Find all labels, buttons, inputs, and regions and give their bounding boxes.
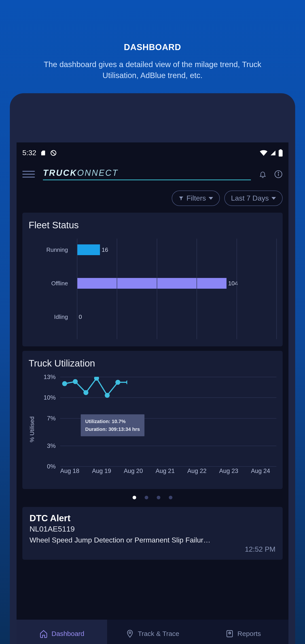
signal-icon [270,150,276,156]
fleet-label: Offline [28,280,77,287]
data-point[interactable] [105,393,110,398]
nav-dashboard-label: Dashboard [52,630,84,638]
app-screen: 5:32 TRUCKONNECT Filters [16,142,288,644]
filters-button[interactable]: Filters [172,190,220,206]
y-tick: 13% [38,374,59,380]
chart-tooltip: Utilization: 10.7% Duration: 309:13:34 h… [81,414,144,436]
data-point[interactable] [62,381,67,386]
svg-line-1 [52,151,55,154]
svg-rect-2 [278,150,282,156]
status-bar: 5:32 [16,142,288,162]
bottom-nav: Dashboard Track & Trace Reports [16,620,288,644]
pager-dot-2[interactable] [145,496,148,499]
date-range-button[interactable]: Last 7 Days [224,190,283,206]
funnel-icon [178,196,184,201]
svg-rect-8 [227,630,232,637]
nav-reports-label: Reports [238,630,261,638]
menu-button[interactable] [22,171,35,178]
logo-part2: ONNECT [77,168,118,178]
x-tick: Aug 23 [219,468,238,474]
y-axis-label: % Utilised [28,377,36,482]
x-tick: Aug 22 [188,468,206,474]
app-header: TRUCKONNECT [16,162,288,186]
data-point[interactable] [116,380,120,385]
svg-point-7 [129,632,131,634]
y-tick: 7% [38,415,59,422]
data-point[interactable] [84,390,88,395]
alert-title: DTC Alert [30,513,276,523]
wifi-icon [260,150,268,156]
pager-dot-3[interactable] [157,496,160,499]
svg-point-6 [278,172,279,173]
info-icon[interactable] [274,170,283,178]
alert-description: Wheel Speed Jump Detection or Permanent … [30,536,276,544]
x-tick: Aug 20 [124,468,143,474]
x-tick: Aug 24 [251,468,270,474]
pager [16,496,288,499]
utilization-title: Truck Utilization [28,358,276,369]
battery-icon [278,149,283,156]
fleet-chart: Running16Offline104Idling0 [28,238,276,339]
tooltip-line2: Duration: 309:13:34 hrs [85,425,140,433]
chevron-down-icon [209,197,213,200]
fleet-label: Idling [28,314,77,320]
svg-rect-3 [280,149,282,150]
pager-dot-1[interactable] [132,496,136,499]
nav-track-label: Track & Trace [138,630,179,638]
tooltip-line1: Utilization: 10.7% [85,418,140,425]
report-icon [226,630,234,638]
dtc-alert-card[interactable]: DTC Alert NL01AE5119 Wheel Speed Jump De… [22,507,283,560]
home-icon [39,630,48,638]
location-icon [126,630,134,638]
alert-time: 12:52 PM [30,545,276,554]
utilization-chart: 13%10%7%3%0% Utilization: 10.7% Duration… [38,377,276,482]
y-tick: 10% [38,394,59,401]
status-time: 5:32 [22,149,36,157]
y-tick: 0% [38,463,59,470]
nav-track-trace[interactable]: Track & Trace [107,620,198,644]
data-point[interactable] [73,379,78,384]
fleet-status-card: Fleet Status Running16Offline104Idling0 [22,213,283,346]
x-tick: Aug 19 [92,468,111,474]
chevron-down-icon [272,197,276,200]
do-not-disturb-icon [50,150,57,156]
date-range-label: Last 7 Days [231,194,269,202]
sd-card-icon [40,150,46,156]
fleet-title: Fleet Status [28,220,276,230]
x-tick: Aug 18 [60,468,80,474]
bell-icon[interactable] [259,170,266,178]
phone-frame: 5:32 TRUCKONNECT Filters [10,93,295,644]
y-tick: 3% [38,442,59,450]
logo: TRUCKONNECT [43,168,251,180]
filters-label: Filters [186,194,206,202]
alert-vehicle: NL01AE5119 [30,524,276,533]
marketing-title: DASHBOARD [0,42,305,52]
data-point[interactable] [126,380,127,385]
nav-dashboard[interactable]: Dashboard [16,620,107,644]
marketing-subtitle: The dashboard gives a detailed view of t… [36,59,270,81]
utilization-card: Truck Utilization % Utilised 13%10%7%3%0… [22,351,283,489]
logo-part1: TRUCK [43,168,77,178]
x-tick: Aug 21 [156,468,175,474]
filters-row: Filters Last 7 Days [16,186,288,213]
nav-reports[interactable]: Reports [198,620,288,644]
pager-dot-4[interactable] [169,496,172,499]
fleet-label: Running [28,246,77,253]
